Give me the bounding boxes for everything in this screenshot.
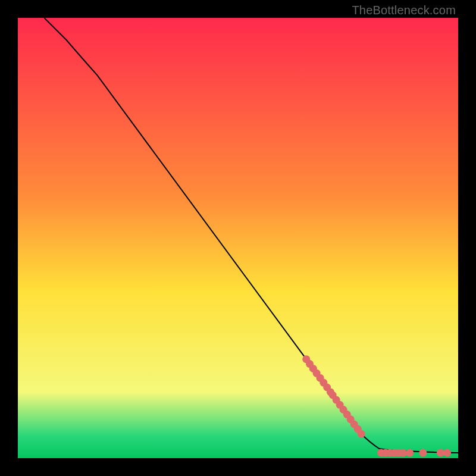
data-point bbox=[406, 449, 414, 457]
gradient-background bbox=[18, 18, 458, 458]
chart-frame: { "watermark": "TheBottleneck.com", "col… bbox=[0, 0, 476, 476]
data-point bbox=[358, 430, 365, 438]
data-point bbox=[437, 449, 444, 457]
bottleneck-chart bbox=[18, 18, 458, 458]
watermark-text: TheBottleneck.com bbox=[352, 4, 456, 17]
data-point bbox=[443, 449, 451, 457]
data-point bbox=[419, 449, 427, 457]
data-point bbox=[399, 449, 407, 457]
